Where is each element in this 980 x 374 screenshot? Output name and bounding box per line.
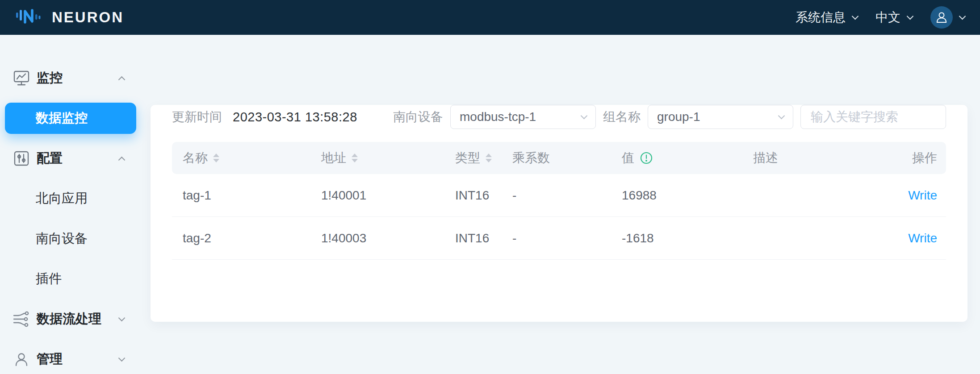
sidebar-item-label: 数据流处理 bbox=[37, 310, 119, 328]
info-icon[interactable] bbox=[640, 151, 653, 165]
system-info-label: 系统信息 bbox=[796, 9, 846, 26]
chevron-down-icon bbox=[778, 112, 785, 119]
sort-icon[interactable] bbox=[213, 154, 219, 162]
tags-table: 名称 地址 类型 乘系数 bbox=[172, 142, 946, 260]
write-button[interactable]: Write bbox=[908, 231, 937, 245]
navbar-right: 系统信息 中文 bbox=[796, 6, 965, 29]
chevron-down-icon bbox=[118, 314, 126, 321]
user-menu[interactable] bbox=[930, 6, 965, 29]
sidebar-item-data-stream[interactable]: 数据流处理 bbox=[0, 307, 150, 332]
sort-icon[interactable] bbox=[352, 154, 358, 162]
avatar[interactable] bbox=[930, 6, 953, 29]
group-value: group-1 bbox=[657, 110, 779, 124]
sidebar-item-data-monitoring[interactable]: 数据监控 bbox=[5, 103, 136, 134]
sort-icon[interactable] bbox=[486, 154, 492, 162]
sidebar-item-south-devices[interactable]: 南向设备 bbox=[0, 226, 150, 251]
multiplier-cell: - bbox=[502, 231, 611, 245]
language-menu[interactable]: 中文 bbox=[875, 9, 913, 26]
main-content: 更新时间 2023-03-31 13:58:28 南向设备 modbus-tcp… bbox=[150, 35, 980, 374]
chevron-down-icon bbox=[118, 354, 126, 362]
south-device-value: modbus-tcp-1 bbox=[460, 110, 582, 124]
address-cell: 1!40001 bbox=[310, 188, 444, 203]
update-time-value: 2023-03-31 13:58:28 bbox=[233, 110, 357, 125]
value-cell: -1618 bbox=[611, 231, 742, 245]
sidebar-item-label: 监控 bbox=[37, 69, 119, 87]
update-time: 更新时间 2023-03-31 13:58:28 bbox=[172, 108, 357, 125]
user-icon bbox=[13, 351, 30, 368]
address-cell: 1!40003 bbox=[310, 231, 444, 245]
update-time-label: 更新时间 bbox=[172, 108, 222, 125]
column-header-address: 地址 bbox=[310, 150, 444, 166]
multiplier-cell: - bbox=[502, 188, 611, 203]
chevron-down-icon bbox=[959, 12, 966, 20]
south-device-label: 南向设备 bbox=[393, 108, 443, 125]
brand: NEURON bbox=[16, 5, 124, 30]
column-header-description: 描述 bbox=[742, 150, 879, 166]
filters: 南向设备 modbus-tcp-1 组名称 group-1 bbox=[393, 105, 946, 129]
sidebar-item-label: 北向应用 bbox=[36, 190, 88, 208]
write-button[interactable]: Write bbox=[908, 188, 937, 203]
column-header-type: 类型 bbox=[444, 150, 502, 166]
sidebar-item-plugins[interactable]: 插件 bbox=[0, 266, 150, 291]
type-cell: INT16 bbox=[444, 188, 502, 203]
sidebar-item-management[interactable]: 管理 bbox=[0, 347, 150, 372]
neuron-logo-icon bbox=[16, 5, 44, 30]
flow-icon bbox=[13, 310, 30, 328]
neuron-dashboard: NEURON 系统信息 中文 bbox=[0, 0, 980, 374]
column-header-operation: 操作 bbox=[879, 150, 946, 166]
search-input[interactable] bbox=[800, 105, 946, 129]
chevron-up-icon bbox=[118, 156, 126, 163]
value-cell: 16988 bbox=[611, 188, 742, 203]
top-navbar: NEURON 系统信息 中文 bbox=[0, 0, 980, 35]
tag-name-cell: tag-2 bbox=[172, 231, 310, 245]
sidebar-item-label: 插件 bbox=[36, 270, 62, 288]
sidebar-item-label: 数据监控 bbox=[36, 109, 88, 127]
system-info-menu[interactable]: 系统信息 bbox=[796, 9, 858, 26]
sidebar-item-config[interactable]: 配置 bbox=[0, 146, 150, 171]
language-label: 中文 bbox=[875, 9, 900, 26]
table-row: tag-1 1!40001 INT16 - 16988 Write bbox=[172, 174, 946, 217]
table-header: 名称 地址 类型 乘系数 bbox=[172, 142, 946, 174]
brand-title: NEURON bbox=[52, 9, 124, 26]
sliders-icon bbox=[13, 150, 30, 167]
monitor-icon bbox=[13, 70, 30, 87]
chevron-down-icon bbox=[852, 12, 859, 20]
data-monitoring-card: 更新时间 2023-03-31 13:58:28 南向设备 modbus-tcp… bbox=[151, 105, 967, 322]
sidebar-item-label: 配置 bbox=[37, 150, 119, 167]
filter-toolbar: 更新时间 2023-03-31 13:58:28 南向设备 modbus-tcp… bbox=[172, 105, 946, 129]
south-device-select[interactable]: modbus-tcp-1 bbox=[450, 105, 596, 129]
chevron-up-icon bbox=[118, 76, 126, 83]
table-row: tag-2 1!40003 INT16 - -1618 Write bbox=[172, 217, 946, 260]
column-header-name: 名称 bbox=[172, 150, 310, 166]
chevron-down-icon bbox=[581, 112, 588, 119]
sidebar: 监控 数据监控 配置 bbox=[0, 35, 150, 374]
group-select[interactable]: group-1 bbox=[648, 105, 793, 129]
sidebar-item-monitoring[interactable]: 监控 bbox=[0, 66, 150, 91]
tag-name-cell: tag-1 bbox=[172, 188, 310, 203]
type-cell: INT16 bbox=[444, 231, 502, 245]
chevron-down-icon bbox=[907, 12, 914, 20]
group-label: 组名称 bbox=[603, 108, 641, 125]
sidebar-item-label: 管理 bbox=[37, 350, 119, 368]
column-header-multiplier: 乘系数 bbox=[502, 150, 611, 166]
sidebar-item-label: 南向设备 bbox=[36, 230, 88, 248]
sidebar-item-north-apps[interactable]: 北向应用 bbox=[0, 186, 150, 211]
page-layout: 监控 数据监控 配置 bbox=[0, 35, 980, 374]
column-header-value: 值 bbox=[611, 150, 742, 166]
